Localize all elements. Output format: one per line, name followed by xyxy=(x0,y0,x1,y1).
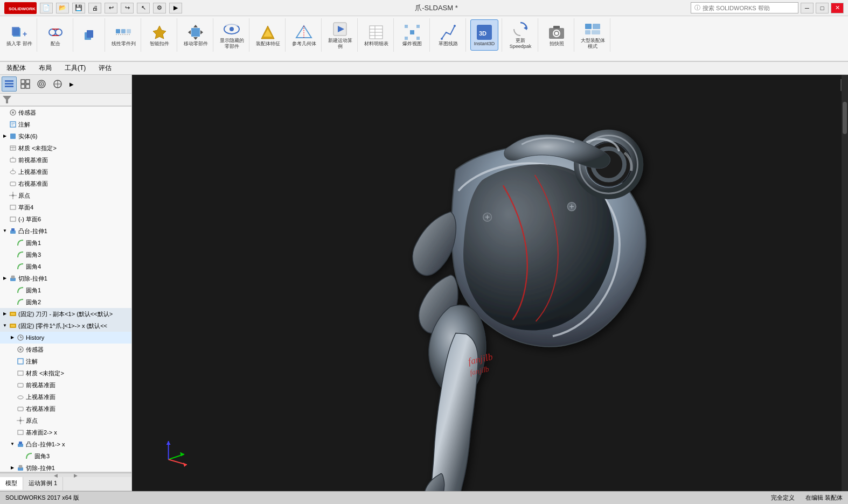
expand-claw-fixed[interactable]: ▼ xyxy=(1,322,9,330)
tree-item-right-plane[interactable]: 右视基准面 xyxy=(0,178,131,190)
expand-solid[interactable]: ▶ xyxy=(1,132,9,140)
large-asm-btn[interactable]: 大型装配体模式 xyxy=(579,19,607,51)
undo-btn[interactable]: ↩ xyxy=(105,3,117,13)
viewport[interactable]: 🔍 👁 ◐ ⊞ ◻ ⊙ ☀ 🎨 🌐 ▣ ⊟ xyxy=(132,75,848,491)
expand-sensor[interactable] xyxy=(1,109,9,116)
tree-item-rfillet3[interactable]: 圆角3 xyxy=(0,450,131,462)
expand-top-plane[interactable] xyxy=(1,168,9,176)
tree-item-cut1[interactable]: ▶ 切除-拉伸1 xyxy=(0,272,131,284)
mate-btn[interactable]: 配合 xyxy=(41,19,69,51)
expand-front-plane2[interactable] xyxy=(9,381,16,389)
linear-pattern-btn[interactable]: 线性零件列 xyxy=(109,19,137,51)
tree-item-sensor2[interactable]: 传感器 xyxy=(0,344,131,355)
tree-item-annotation[interactable]: 注解 xyxy=(0,118,131,130)
scroll-left[interactable]: ◀ xyxy=(54,473,58,478)
expand-origin[interactable] xyxy=(1,192,9,199)
expand-surface2-2[interactable] xyxy=(9,429,16,436)
tree-item-fillet1[interactable]: 圆角1 xyxy=(0,237,131,249)
options-btn[interactable]: ⚙ xyxy=(153,3,166,13)
tree-item-cut2[interactable]: ▶ 切除-拉伸1 xyxy=(0,462,131,472)
save-btn[interactable]: 💾 xyxy=(72,3,85,13)
scroll-right[interactable]: ▶ xyxy=(74,473,78,478)
move-component-btn[interactable]: 移动零部件 xyxy=(182,19,210,51)
tree-item-front-plane[interactable]: 前视基准面 xyxy=(0,154,131,166)
expand-cut2[interactable]: ▶ xyxy=(9,464,16,472)
snapshot-btn[interactable]: 拍快照 xyxy=(543,19,571,51)
new-btn[interactable]: 📄 xyxy=(40,3,53,13)
panel-btn-more[interactable]: ▶ xyxy=(66,76,77,92)
expand-surface4[interactable] xyxy=(1,204,9,211)
ref-geometry-btn[interactable]: 参考几何体 xyxy=(290,19,318,51)
minimize-btn[interactable]: ─ xyxy=(801,3,814,13)
search-input[interactable] xyxy=(703,5,789,11)
expand-top-plane2[interactable] xyxy=(9,393,16,401)
menu-tools[interactable]: 工具(T) xyxy=(62,62,88,74)
tree-item-surface6[interactable]: (-) 草面6 xyxy=(0,213,131,225)
expand-right-plane[interactable] xyxy=(1,180,9,187)
expand-surface6[interactable] xyxy=(1,215,9,223)
tree-item-top-plane2[interactable]: 上视基准面 xyxy=(0,391,131,403)
expand-rfillet2[interactable] xyxy=(9,298,16,306)
open-btn[interactable]: 📂 xyxy=(56,3,69,13)
instant3d-btn[interactable]: 3D Instant3D xyxy=(470,19,498,51)
menu-assembly[interactable]: 装配体 xyxy=(4,62,28,74)
tree-item-knife-fixed[interactable]: ▶ (固定) 刀刃 - 副本<1> (默认<<默认> xyxy=(0,308,131,320)
more-btn[interactable]: ▶ xyxy=(169,3,182,13)
expand-cut1[interactable]: ▶ xyxy=(1,275,9,282)
search-box[interactable]: ⓘ xyxy=(691,2,798,13)
asm-feature-btn[interactable]: 装配体特征 xyxy=(254,19,282,51)
panel-btn-list[interactable] xyxy=(2,76,17,92)
tree-item-origin[interactable]: 原点 xyxy=(0,190,131,201)
new-motion-btn[interactable]: 新建运动算例 xyxy=(326,19,354,51)
expand-fillet4[interactable] xyxy=(9,263,16,270)
tab-motion[interactable]: 运动算例 1 xyxy=(23,477,63,491)
expand-fillet3[interactable] xyxy=(9,251,16,258)
tree-item-fillet3[interactable]: 圆角3 xyxy=(0,249,131,261)
tree-item-boss2[interactable]: ▼ 凸台-拉伸1-> x xyxy=(0,438,131,450)
redo-btn[interactable]: ↪ xyxy=(121,3,134,13)
tree-item-material[interactable]: 材质 <未指定> xyxy=(0,142,131,154)
update-speedpak-btn[interactable]: 更新 Speedpak xyxy=(506,19,534,51)
tree-item-sensor[interactable]: 传感器 xyxy=(0,107,131,118)
bom-btn[interactable]: 材料明细表 xyxy=(362,19,390,51)
expand-rfillet3[interactable] xyxy=(17,452,25,460)
expand-boss1[interactable]: ▼ xyxy=(1,227,9,235)
expand-history[interactable]: ▶ xyxy=(9,334,16,341)
print-btn[interactable]: 🖨 xyxy=(88,3,101,13)
expand-right-plane2[interactable] xyxy=(9,405,16,412)
panel-btn-grid[interactable] xyxy=(18,76,33,92)
tree-item-annotation2[interactable]: 注解 xyxy=(0,355,131,367)
tab-model[interactable]: 模型 xyxy=(0,477,23,491)
maximize-btn[interactable]: □ xyxy=(816,3,829,13)
tree-item-solid[interactable]: ▶ 实体(6) xyxy=(0,130,131,142)
expand-boss2[interactable]: ▼ xyxy=(9,440,16,448)
expand-rfillet1[interactable] xyxy=(9,286,16,294)
expand-material[interactable] xyxy=(1,144,9,152)
tree-item-claw-fixed[interactable]: ▼ (固定) [零件1^爪.]<1>-> x (默认<< xyxy=(0,320,131,332)
show-hide-btn[interactable]: 显示隐藏的零部件 xyxy=(218,19,246,51)
tree-item-fillet4[interactable]: 圆角4 xyxy=(0,261,131,272)
tree-item-origin2[interactable]: 原点 xyxy=(0,415,131,426)
panel-btn-target[interactable] xyxy=(34,76,49,92)
expand-material2[interactable] xyxy=(9,369,16,377)
tree-item-rfillet1[interactable]: 圆角1 xyxy=(0,284,131,296)
copy-btn[interactable] xyxy=(78,19,101,51)
tree-item-surface4[interactable]: 草面4 xyxy=(0,201,131,213)
menu-layout[interactable]: 布局 xyxy=(37,62,54,74)
expand-fillet1[interactable] xyxy=(9,239,16,247)
tree-item-history[interactable]: ▶ History xyxy=(0,332,131,344)
expand-front-plane[interactable] xyxy=(1,156,9,164)
close-btn[interactable]: ✕ xyxy=(831,3,844,13)
expand-annotation[interactable] xyxy=(1,121,9,128)
expand-sensor2[interactable] xyxy=(9,346,16,353)
tree-item-top-plane[interactable]: 上视基准面 xyxy=(0,166,131,178)
select-btn[interactable]: ↖ xyxy=(137,3,150,13)
tree-item-right-plane2[interactable]: 右视基准面 xyxy=(0,403,131,415)
expand-annotation2[interactable] xyxy=(9,358,16,365)
tree-item-material2[interactable]: 材质 <未指定> xyxy=(0,367,131,379)
smart-fastener-btn[interactable]: 智能扣件 xyxy=(145,19,173,51)
expand-origin2[interactable] xyxy=(9,417,16,424)
viewport-scrollbar[interactable] xyxy=(843,102,847,134)
tree-item-rfillet2[interactable]: 圆角2 xyxy=(0,296,131,308)
tree-item-front-plane2[interactable]: 前视基准面 xyxy=(0,379,131,391)
